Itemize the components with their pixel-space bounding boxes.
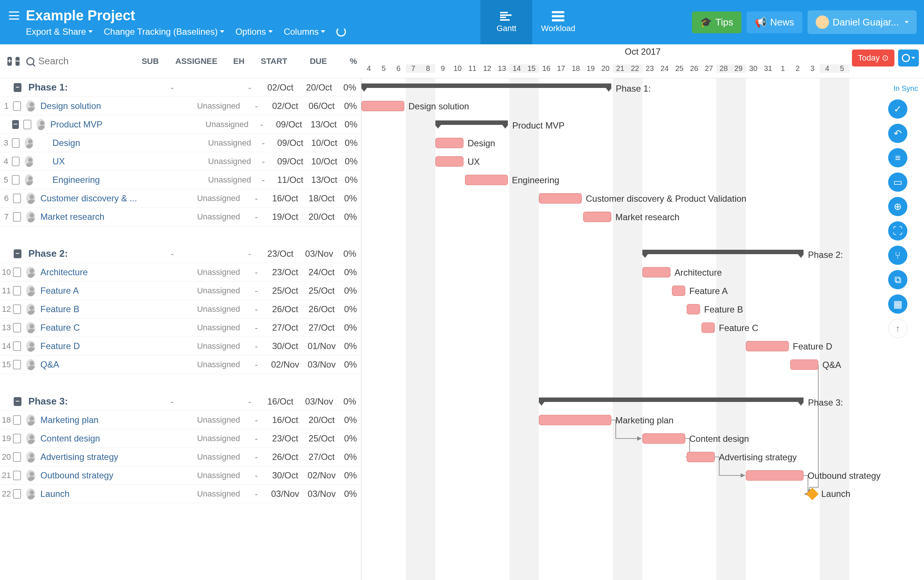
task-checkbox[interactable] [13, 489, 21, 499]
search-input[interactable] [38, 55, 112, 67]
task-name[interactable]: Content design [40, 433, 170, 444]
map-button[interactable]: ▦ [888, 295, 908, 314]
cell-assignee[interactable]: Unassigned [197, 101, 246, 111]
task-row[interactable]: 10ArchitectureUnassigned-23/Oct24/Oct0% [0, 263, 361, 282]
expand-all-button[interactable]: + [7, 57, 12, 66]
assignee-icon[interactable] [26, 304, 35, 315]
task-name[interactable]: UX [38, 156, 183, 166]
assignee-icon[interactable] [26, 101, 35, 112]
task-name[interactable]: Feature D [40, 341, 170, 351]
task-name[interactable]: Marketing plan [40, 415, 170, 425]
zoom-button[interactable]: ⊕ [888, 197, 908, 216]
task-checkbox[interactable] [13, 267, 21, 277]
task-checkbox[interactable] [13, 286, 21, 295]
phase-row[interactable]: −Phase 1:--02/Oct20/Oct0% [0, 78, 361, 97]
fit-button[interactable]: ⛶ [888, 221, 908, 241]
assignee-icon[interactable] [26, 267, 35, 278]
cell-assignee[interactable]: Unassigned [208, 157, 254, 166]
task-row[interactable]: 11Feature AUnassigned-25/Oct25/Oct0% [0, 282, 361, 300]
task-row[interactable]: −Product MVPUnassigned-09/Oct13/Oct0% [0, 115, 361, 134]
assignee-icon[interactable] [25, 156, 33, 167]
cell-assignee[interactable]: Unassigned [197, 415, 246, 425]
task-name[interactable]: Feature B [40, 304, 170, 315]
news-button[interactable]: 📢News [747, 12, 802, 33]
assignee-icon[interactable] [25, 175, 33, 185]
summary-bar[interactable]: Phase 1: [361, 84, 611, 88]
task-row[interactable]: 12Feature BUnassigned-26/Oct26/Oct0% [0, 300, 361, 318]
task-row[interactable]: 7Market researchUnassigned-19/Oct20/Oct0… [0, 208, 361, 226]
task-checkbox[interactable] [13, 323, 21, 333]
collapse-button[interactable]: − [14, 83, 21, 92]
cell-assignee[interactable]: Unassigned [206, 120, 252, 129]
gantt-chart[interactable]: Phase 1:Design solutionProduct MVPDesign… [361, 78, 924, 580]
task-bar[interactable]: Advertising strategy [687, 452, 715, 462]
cell-assignee[interactable]: Unassigned [197, 267, 246, 277]
assignee-icon[interactable] [26, 451, 35, 463]
gantt-view-button[interactable]: Gantt [480, 0, 532, 44]
cell-assignee[interactable]: Unassigned [197, 212, 246, 222]
collapse-button[interactable]: − [14, 249, 21, 258]
task-checkbox[interactable] [13, 194, 21, 203]
task-row[interactable]: 14Feature DUnassigned-30/Oct01/Nov0% [0, 337, 361, 355]
phase-row[interactable]: −Phase 3:--16/Oct03/Nov0% [0, 392, 361, 411]
task-checkbox[interactable] [12, 138, 20, 148]
cell-assignee[interactable]: Unassigned [208, 175, 254, 185]
assignee-icon[interactable] [26, 359, 35, 370]
task-name[interactable]: Phase 3: [28, 395, 158, 407]
collapse-button[interactable]: − [12, 120, 19, 129]
task-bar[interactable]: Q&A [790, 359, 818, 370]
cell-assignee[interactable]: Unassigned [197, 323, 246, 333]
phase-row[interactable]: −Phase 2:--23/Oct03/Nov0% [0, 245, 361, 263]
assignee-icon[interactable] [26, 415, 35, 425]
cell-assignee[interactable]: Unassigned [197, 286, 246, 295]
summary-bar[interactable]: Phase 2: [642, 250, 804, 254]
task-row[interactable]: 4UXUnassigned-09/Oct10/Oct0% [0, 152, 361, 171]
task-name[interactable]: Launch [40, 489, 170, 499]
workload-view-button[interactable]: Workload [532, 0, 584, 44]
task-checkbox[interactable] [13, 212, 21, 222]
task-name[interactable]: Feature C [40, 323, 170, 333]
task-checkbox[interactable] [13, 360, 21, 369]
user-menu[interactable]: Daniel Guajar... [808, 10, 917, 34]
task-bar[interactable]: UX [436, 156, 464, 166]
task-bar[interactable]: Customer discovery & Product Validation [539, 193, 582, 204]
task-checkbox[interactable] [23, 120, 31, 129]
copy-button[interactable]: ⧉ [888, 270, 908, 289]
cell-assignee[interactable]: Unassigned [197, 471, 246, 480]
summary-bar[interactable]: Phase 3: [539, 397, 804, 402]
task-name[interactable]: Engineering [38, 175, 183, 185]
task-row[interactable]: 18Marketing planUnassigned-16/Oct20/Oct0… [0, 411, 361, 429]
task-row[interactable]: 19Content designUnassigned-23/Oct25/Oct0… [0, 429, 361, 448]
task-bar[interactable]: Design [436, 138, 464, 148]
task-bar[interactable]: Content design [642, 433, 685, 444]
task-checkbox[interactable] [13, 471, 21, 480]
task-bar[interactable]: Feature B [687, 304, 700, 315]
columns-menu[interactable]: Columns [284, 26, 326, 37]
scroll-up-button[interactable]: ↑ [888, 319, 908, 338]
today-button[interactable]: Today⊙ [852, 49, 894, 66]
check-button[interactable]: ✓ [888, 99, 908, 119]
export-share-menu[interactable]: Export & Share [26, 26, 93, 37]
task-checkbox[interactable] [13, 415, 21, 425]
task-bar[interactable]: Architecture [642, 267, 670, 277]
task-checkbox[interactable] [12, 157, 20, 166]
summary-bar[interactable]: Product MVP [436, 120, 508, 125]
task-row[interactable]: 13Feature CUnassigned-27/Oct27/Oct0% [0, 318, 361, 337]
task-checkbox[interactable] [13, 341, 21, 351]
task-bar[interactable]: Feature A [672, 285, 685, 296]
assignee-icon[interactable] [26, 470, 35, 481]
assignee-icon[interactable] [36, 119, 45, 130]
collapse-button[interactable]: − [14, 397, 21, 406]
undo-button[interactable]: ↶ [888, 124, 908, 143]
cell-assignee[interactable]: Unassigned [197, 360, 246, 369]
task-row[interactable]: 22LaunchUnassigned-03/Nov03/Nov0% [0, 485, 361, 503]
change-tracking-menu[interactable]: Change Tracking (Baselines) [104, 26, 224, 37]
cell-assignee[interactable]: Unassigned [197, 434, 246, 443]
list-button[interactable]: ≡ [888, 148, 908, 167]
task-bar[interactable]: Market research [583, 212, 611, 222]
task-name[interactable]: Product MVP [50, 119, 180, 130]
task-name[interactable]: Advertising strategy [40, 452, 170, 462]
task-row[interactable]: 1Design solutionUnassigned-02/Oct06/Oct0… [0, 97, 361, 115]
task-bar[interactable]: Design solution [361, 101, 404, 111]
task-row[interactable]: 21Outbound strategyUnassigned-30/Oct02/N… [0, 466, 361, 485]
